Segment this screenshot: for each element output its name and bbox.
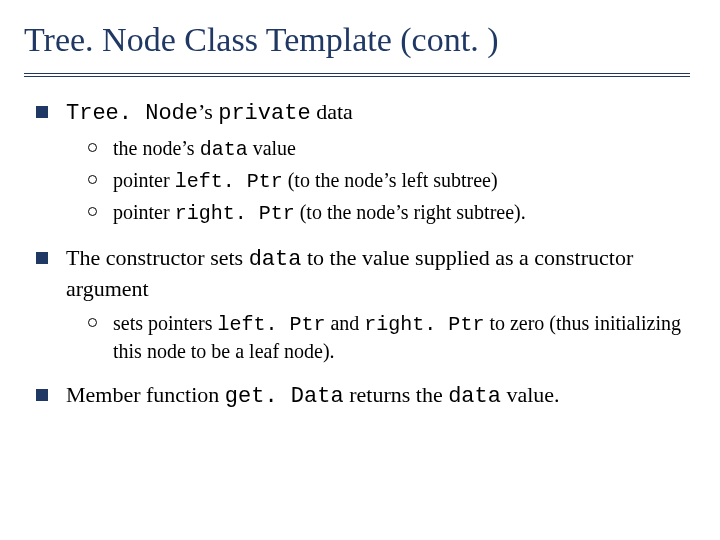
sub-list-item: sets pointers left. Ptr and right. Ptr t… (88, 310, 690, 364)
sub-list-item-text: pointer left. Ptr (to the node’s left su… (113, 167, 690, 195)
sub-list: the node’s data valuepointer left. Ptr (… (88, 135, 690, 227)
circle-bullet-icon (88, 207, 97, 216)
square-bullet-icon (36, 252, 48, 264)
sub-list-item: pointer left. Ptr (to the node’s left su… (88, 167, 690, 195)
sub-list-item-text: the node’s data value (113, 135, 690, 163)
title-rule (24, 73, 690, 79)
sub-list-item: pointer right. Ptr (to the node’s right … (88, 199, 690, 227)
sub-list-item: the node’s data value (88, 135, 690, 163)
circle-bullet-icon (88, 175, 97, 184)
sub-list-item-text: pointer right. Ptr (to the node’s right … (113, 199, 690, 227)
sub-list-item-text: sets pointers left. Ptr and right. Ptr t… (113, 310, 690, 364)
circle-bullet-icon (88, 318, 97, 327)
square-bullet-icon (36, 389, 48, 401)
list-item-text: Tree. Node’s private data (66, 97, 690, 129)
circle-bullet-icon (88, 143, 97, 152)
square-bullet-icon (36, 106, 48, 118)
list-item-text: Member function get. Data returns the da… (66, 380, 690, 412)
list-item: Member function get. Data returns the da… (36, 380, 690, 412)
list-item: Tree. Node’s private data (36, 97, 690, 129)
list-item-text: The constructor sets data to the value s… (66, 243, 690, 304)
list-item: The constructor sets data to the value s… (36, 243, 690, 304)
slide: Tree. Node Class Template (cont. ) Tree.… (0, 0, 720, 540)
slide-title: Tree. Node Class Template (cont. ) (24, 20, 690, 59)
sub-list: sets pointers left. Ptr and right. Ptr t… (88, 310, 690, 364)
slide-content: Tree. Node’s private datathe node’s data… (36, 97, 690, 412)
